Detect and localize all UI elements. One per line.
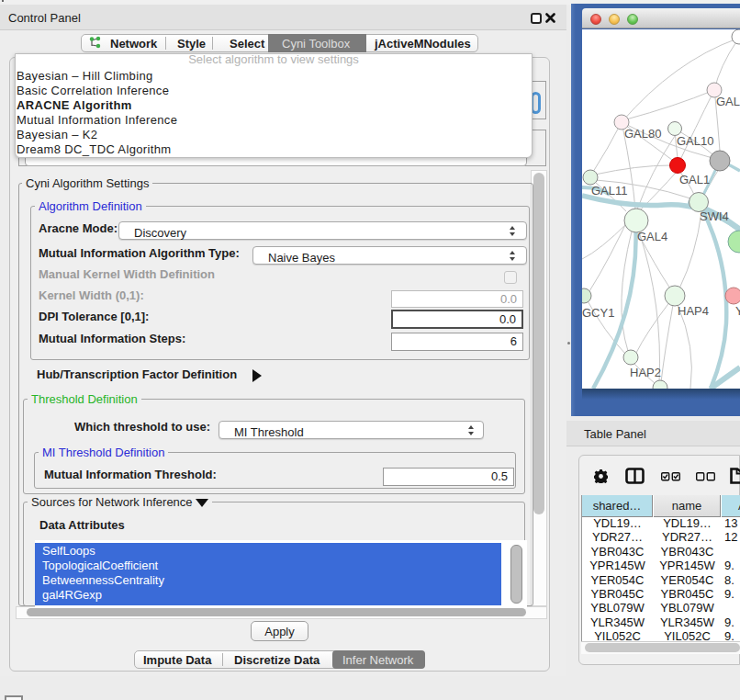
svg-text:GCY1: GCY1 [582,306,614,320]
svg-text:SWI4: SWI4 [700,209,729,223]
svg-text:HAP2: HAP2 [630,366,661,379]
svg-text:HAP4: HAP4 [678,304,709,318]
svg-text:GAL80: GAL80 [624,127,661,141]
svg-text:Y: Y [735,304,740,318]
svg-text:GAL1: GAL1 [679,173,710,186]
svg-text:GAL11: GAL11 [591,184,628,198]
svg-text:GAL4: GAL4 [637,230,667,243]
svg-text:GAL: GAL [716,95,740,108]
svg-text:GAL10: GAL10 [677,134,713,148]
